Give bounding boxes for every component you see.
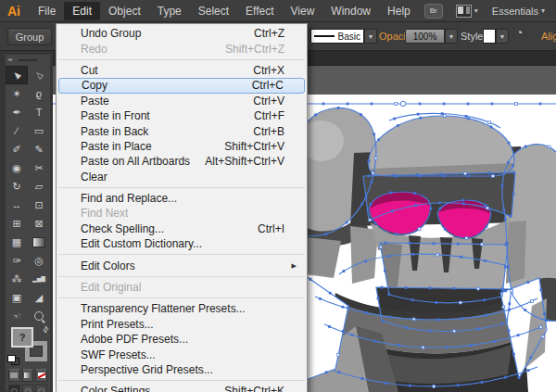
width-icon: ↔ bbox=[12, 200, 22, 210]
menu-item-adobe-pdf-presets[interactable]: Adobe PDF Presets... bbox=[57, 332, 307, 347]
menu-item-paste-in-place[interactable]: Paste in PlaceShift+Ctrl+V bbox=[57, 139, 307, 154]
tools-panel-header[interactable]: ◂◂ bbox=[6, 55, 50, 66]
line-segment-tool[interactable]: ∕ bbox=[6, 121, 28, 140]
menu-shortcut: Ctrl+C bbox=[252, 79, 284, 92]
panel-grip[interactable] bbox=[19, 59, 37, 61]
brush-dropdown-arrow[interactable]: ▼ bbox=[364, 29, 377, 44]
color-button[interactable] bbox=[8, 369, 20, 382]
gradient-icon bbox=[32, 237, 45, 247]
menu-item-label: Undo Group bbox=[81, 27, 141, 40]
tools-panel: ◂◂ ▶▷✶ϱ✒T∕▭✐✎◉✂↻▱↔⊡⊞⊠▦✑◎⁂▂▅▇▣◢☜ ⇄ ? ◯ ◯ … bbox=[5, 54, 51, 392]
menu-item-clear[interactable]: Clear bbox=[57, 170, 307, 184]
menu-item-color-settings[interactable]: Color Settings...Shift+Ctrl+K bbox=[57, 384, 307, 392]
menubar-item-file[interactable]: File bbox=[30, 2, 64, 20]
zoom-tool[interactable] bbox=[28, 307, 50, 325]
pen-tool[interactable]: ✒ bbox=[6, 103, 28, 121]
menu-item-paste-on-all-artboards[interactable]: Paste on All ArtboardsAlt+Shift+Ctrl+V bbox=[57, 154, 307, 169]
opacity-dropdown-arrow[interactable]: ▼ bbox=[445, 29, 458, 44]
menubar-item-edit[interactable]: Edit bbox=[64, 2, 100, 20]
menu-item-find-and-replace[interactable]: Find and Replace... bbox=[57, 191, 307, 206]
paintbrush-tool[interactable]: ✐ bbox=[6, 140, 28, 158]
column-graph-tool[interactable]: ▂▅▇ bbox=[28, 270, 50, 288]
menu-item-label: Print Presets... bbox=[81, 318, 154, 331]
menubar-item-type[interactable]: Type bbox=[149, 2, 190, 20]
menubar-item-object[interactable]: Object bbox=[100, 2, 149, 20]
fill-stroke-area: ⇄ ? bbox=[6, 325, 50, 368]
draw-normal-button[interactable]: ◯ bbox=[8, 385, 20, 392]
menu-item-label: Color Settings... bbox=[81, 385, 159, 392]
menu-item-label: Edit Original bbox=[81, 281, 141, 294]
gradient-tool[interactable] bbox=[28, 233, 50, 251]
direct-selection-tool[interactable]: ▷ bbox=[28, 66, 50, 84]
style-swatch[interactable] bbox=[483, 29, 496, 44]
blob-brush-tool[interactable]: ◉ bbox=[6, 158, 28, 177]
menu-item-cut[interactable]: CutCtrl+X bbox=[57, 63, 307, 78]
opacity-value-field[interactable]: 100% bbox=[405, 29, 445, 44]
menu-item-label: Redo bbox=[81, 43, 107, 56]
menu-item-paste-in-back[interactable]: Paste in BackCtrl+B bbox=[57, 123, 307, 138]
blend-tool[interactable]: ◎ bbox=[28, 251, 50, 270]
scissors-tool[interactable]: ✂ bbox=[28, 158, 50, 177]
lasso-tool[interactable]: ϱ bbox=[28, 84, 50, 103]
symbol-sprayer-tool[interactable]: ⁂ bbox=[6, 270, 28, 288]
menu-item-label: Find and Replace... bbox=[81, 192, 177, 205]
rotate-tool[interactable]: ↻ bbox=[6, 177, 28, 196]
shape-builder-tool[interactable]: ⊞ bbox=[6, 214, 28, 233]
artboard-icon: ▣ bbox=[12, 293, 21, 303]
menu-item-copy[interactable]: CopyCtrl+C bbox=[58, 78, 305, 93]
menu-item-edit-original: Edit Original bbox=[57, 280, 307, 295]
menu-item-print-presets[interactable]: Print Presets... bbox=[57, 317, 307, 332]
bridge-button[interactable]: Br bbox=[424, 4, 443, 19]
scale-tool[interactable]: ▱ bbox=[28, 177, 50, 196]
eyedropper-tool[interactable]: ✑ bbox=[6, 251, 28, 270]
menubar-item-select[interactable]: Select bbox=[190, 2, 237, 20]
align-link[interactable]: Align bbox=[541, 22, 556, 50]
menu-item-check-spelling[interactable]: Check Spelling...Ctrl+I bbox=[57, 221, 307, 236]
menu-item-label: Cut bbox=[81, 64, 98, 77]
width-tool[interactable]: ↔ bbox=[6, 196, 28, 214]
recolor-artwork-icon[interactable]: ◔ bbox=[515, 25, 523, 40]
pencil-tool[interactable]: ✎ bbox=[28, 140, 50, 158]
workspace-switcher[interactable]: Essentials ▾ bbox=[492, 6, 545, 17]
menubar-item-help[interactable]: Help bbox=[379, 2, 419, 20]
menu-item-edit-colors[interactable]: Edit Colors▶ bbox=[57, 258, 307, 272]
selection-icon: ▶ bbox=[12, 70, 22, 81]
column-graph-icon: ▂▅▇ bbox=[32, 276, 45, 282]
style-dropdown-arrow[interactable]: ▼ bbox=[496, 29, 509, 44]
menu-item-edit-custom-dictionary[interactable]: Edit Custom Dictionary... bbox=[57, 236, 307, 251]
menu-item-swf-presets[interactable]: SWF Presets... bbox=[57, 347, 307, 361]
none-button[interactable] bbox=[35, 369, 47, 382]
free-transform-tool[interactable]: ⊡ bbox=[28, 196, 50, 214]
rectangle-tool[interactable]: ▭ bbox=[28, 121, 50, 140]
gradient-button[interactable] bbox=[22, 369, 34, 382]
swap-fill-stroke-icon[interactable]: ⇄ bbox=[41, 324, 51, 335]
draw-behind-button[interactable]: ◯ bbox=[22, 385, 34, 392]
hand-tool[interactable]: ☜ bbox=[6, 307, 28, 325]
menubar-item-window[interactable]: Window bbox=[322, 2, 379, 20]
menu-item-perspective-grid-presets[interactable]: Perspective Grid Presets... bbox=[57, 362, 307, 377]
draw-inside-button[interactable]: ◯ bbox=[35, 385, 47, 392]
symbol-sprayer-icon: ⁂ bbox=[12, 274, 22, 285]
brush-definition-select[interactable]: Basic bbox=[310, 29, 364, 44]
menu-item-undo-group[interactable]: Undo GroupCtrl+Z bbox=[57, 26, 307, 41]
menu-shortcut: Alt+Shift+Ctrl+V bbox=[205, 155, 284, 168]
menu-item-paste-in-front[interactable]: Paste in FrontCtrl+F bbox=[57, 108, 307, 123]
type-tool[interactable]: T bbox=[28, 103, 50, 121]
fill-swatch[interactable]: ? bbox=[11, 327, 33, 348]
menubar-item-effect[interactable]: Effect bbox=[237, 2, 282, 20]
collapse-panel-icon[interactable]: ◂◂ bbox=[7, 56, 11, 62]
slice-tool[interactable]: ◢ bbox=[28, 288, 50, 307]
artboard-tool[interactable]: ▣ bbox=[6, 288, 28, 307]
menu-item-transparency-flattener-presets[interactable]: Transparency Flattener Presets... bbox=[57, 301, 307, 316]
workspace-label: Essentials bbox=[492, 6, 538, 17]
menu-item-label: Clear bbox=[81, 171, 107, 183]
selection-tool[interactable]: ▶ bbox=[6, 66, 28, 84]
menubar-item-view[interactable]: View bbox=[283, 2, 323, 20]
mesh-tool[interactable]: ▦ bbox=[6, 233, 28, 251]
arrange-documents-button[interactable]: ▾ bbox=[456, 5, 478, 18]
magic-wand-tool[interactable]: ✶ bbox=[6, 84, 28, 103]
default-fill-stroke-icon[interactable] bbox=[7, 355, 19, 365]
menu-item-paste[interactable]: PasteCtrl+V bbox=[57, 94, 307, 108]
edit-menu-dropdown: Undo GroupCtrl+ZRedoShift+Ctrl+ZCutCtrl+… bbox=[56, 23, 308, 392]
perspective-grid-tool[interactable]: ⊠ bbox=[28, 214, 50, 233]
